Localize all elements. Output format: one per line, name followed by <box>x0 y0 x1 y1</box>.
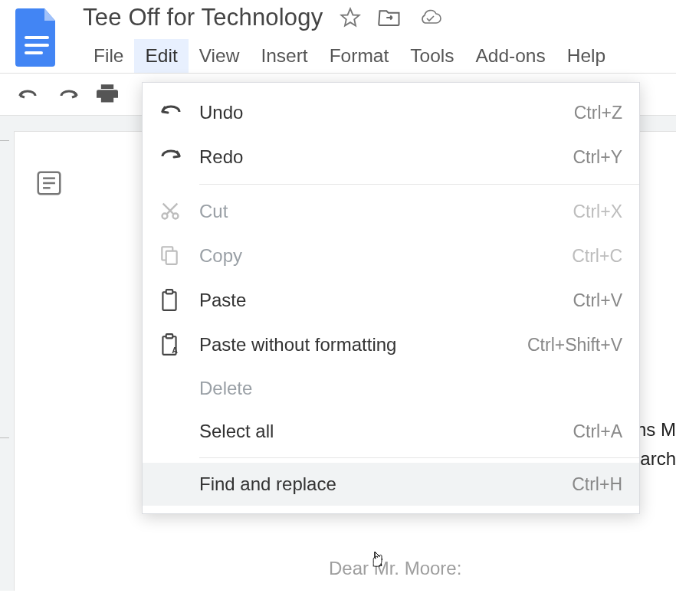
document-body-fragment: ns M arch <box>636 415 676 474</box>
menu-tools[interactable]: Tools <box>399 39 464 73</box>
menu-label: Paste without formatting <box>199 334 527 356</box>
menu-shortcut: Ctrl+X <box>573 202 622 222</box>
docs-app-icon[interactable] <box>15 8 58 67</box>
menu-item-cut: Cut Ctrl+X <box>143 189 639 234</box>
move-icon[interactable] <box>378 8 401 28</box>
redo-icon <box>159 146 182 169</box>
menu-shortcut: Ctrl+V <box>573 290 622 311</box>
star-icon[interactable] <box>340 7 361 28</box>
menu-help[interactable]: Help <box>556 39 616 73</box>
menu-label: Redo <box>199 146 573 168</box>
menu-item-paste[interactable]: Paste Ctrl+V <box>143 278 639 323</box>
menu-item-copy: Copy Ctrl+C <box>143 234 639 278</box>
menu-label: Find and replace <box>199 473 572 495</box>
undo-icon <box>159 101 182 124</box>
svg-rect-13 <box>166 251 177 264</box>
svg-rect-17 <box>166 334 173 338</box>
undo-button[interactable] <box>17 87 40 102</box>
paste-icon <box>159 289 182 312</box>
menu-shortcut: Ctrl+A <box>573 421 622 442</box>
menu-label: Copy <box>199 245 572 267</box>
menu-view[interactable]: View <box>189 39 251 73</box>
menu-label: Paste <box>199 290 573 311</box>
menu-edit[interactable]: Edit <box>134 39 188 73</box>
menu-item-find-and-replace[interactable]: Find and replace Ctrl+H <box>143 463 639 506</box>
menu-item-redo[interactable]: Redo Ctrl+Y <box>143 135 639 179</box>
menu-item-paste-without-formatting[interactable]: A Paste without formatting Ctrl+Shift+V <box>143 323 639 367</box>
copy-icon <box>159 244 182 267</box>
header: Tee Off for Technology File Edit View In… <box>0 0 676 73</box>
menu-shortcut: Ctrl+H <box>572 474 622 495</box>
menu-separator <box>199 457 639 458</box>
menu-label: Select all <box>199 421 573 442</box>
document-greeting: Dear Mr. Moore: <box>329 558 461 579</box>
menu-shortcut: Ctrl+Shift+V <box>527 335 622 356</box>
document-title[interactable]: Tee Off for Technology <box>83 4 323 31</box>
menu-item-undo[interactable]: Undo Ctrl+Z <box>143 90 639 135</box>
menu-separator <box>199 184 639 185</box>
svg-rect-14 <box>162 292 176 310</box>
menu-label: Cut <box>199 201 573 222</box>
svg-text:A: A <box>172 346 178 355</box>
edit-menu-dropdown: Undo Ctrl+Z Redo Ctrl+Y Cut Ctrl+X Copy … <box>142 82 640 514</box>
paste-plain-icon: A <box>159 333 182 356</box>
menu-addons[interactable]: Add-ons <box>464 39 556 73</box>
menu-label: Undo <box>199 102 574 123</box>
svg-rect-15 <box>166 290 173 293</box>
menu-format[interactable]: Format <box>319 39 400 73</box>
menu-shortcut: Ctrl+Z <box>574 103 622 123</box>
menu-file[interactable]: File <box>83 39 134 73</box>
menubar: File Edit View Insert Format Tools Add-o… <box>83 39 676 73</box>
menu-shortcut: Ctrl+C <box>572 246 622 267</box>
redo-button[interactable] <box>57 87 80 102</box>
menu-label: Delete <box>199 378 622 399</box>
cut-icon <box>159 200 182 223</box>
outline-icon[interactable] <box>34 169 64 198</box>
menu-item-delete: Delete <box>143 367 639 410</box>
menu-insert[interactable]: Insert <box>250 39 318 73</box>
svg-marker-3 <box>342 8 359 25</box>
cloud-saved-icon[interactable] <box>418 8 442 27</box>
cursor-pointer-icon <box>368 550 388 573</box>
menu-item-select-all[interactable]: Select all Ctrl+A <box>143 410 639 453</box>
print-button[interactable] <box>97 84 118 104</box>
menu-shortcut: Ctrl+Y <box>573 147 622 168</box>
